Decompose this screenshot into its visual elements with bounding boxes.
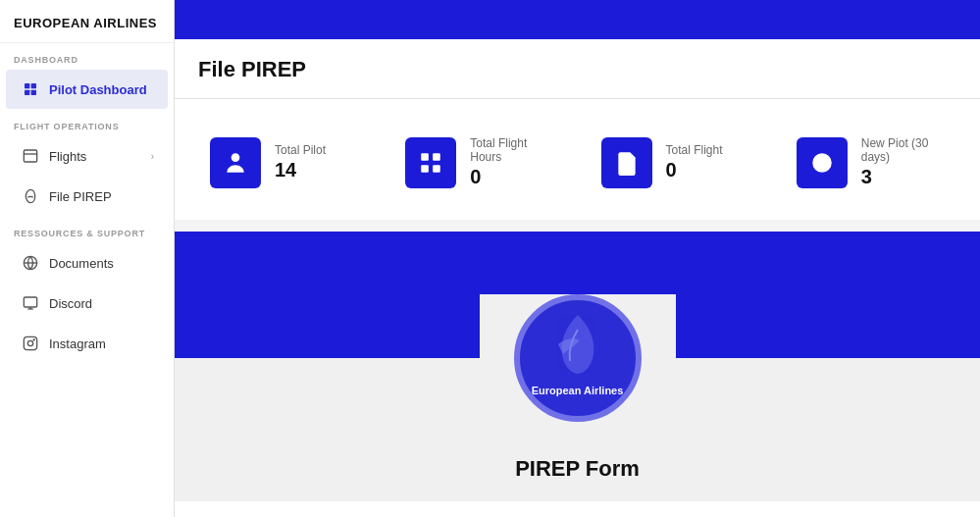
- sidebar-section-flight-ops: FLIGHT OPERATIONS Flights › File PIREP: [0, 110, 174, 217]
- pirep-section: European Airlines PIREP Form: [175, 232, 980, 517]
- stat-card-new-pilot: New Piot (30 days) 3: [781, 121, 960, 204]
- svg-rect-16: [433, 153, 440, 161]
- pirep-form-area: European Airlines PIREP Form: [175, 358, 980, 501]
- svg-point-12: [27, 340, 32, 345]
- stat-label: Total Flight: [666, 143, 723, 157]
- stats-row: Total Pilot 14 Total Flight Hours 0: [175, 101, 980, 220]
- top-bar: [175, 0, 980, 39]
- sidebar-item-instagram[interactable]: Instagram: [6, 324, 168, 363]
- sidebar-item-label: File PIREP: [49, 189, 112, 204]
- chevron-right-icon: ›: [151, 151, 154, 162]
- sidebar-item-label: Instagram: [49, 336, 106, 351]
- discord-icon: [20, 292, 41, 314]
- stat-label: New Piot (30 days): [861, 136, 945, 164]
- sidebar-section-resources: RESSOURCES & SUPPORT Documents Discord I…: [0, 217, 174, 364]
- notch-right: [676, 294, 981, 358]
- stat-info-total-flight: Total Flight 0: [666, 143, 723, 181]
- svg-point-19: [812, 153, 832, 173]
- svg-rect-11: [24, 336, 36, 349]
- svg-rect-3: [31, 90, 36, 95]
- stat-info-new-pilot: New Piot (30 days) 3: [861, 136, 945, 188]
- stat-value: 0: [666, 159, 723, 181]
- pirep-icon: [20, 185, 41, 207]
- sidebar-item-label: Flights: [49, 149, 86, 164]
- stat-value: 14: [275, 159, 326, 181]
- sidebar-item-discord[interactable]: Discord: [6, 284, 168, 323]
- svg-point-13: [33, 339, 34, 340]
- sidebar-item-documents[interactable]: Documents: [6, 243, 168, 283]
- instagram-icon: [20, 333, 41, 354]
- documents-icon: [20, 252, 41, 274]
- stat-icon-circle: [797, 137, 848, 188]
- svg-rect-17: [422, 165, 430, 173]
- sidebar-item-label: Documents: [49, 256, 114, 271]
- page-title: File PIREP: [198, 57, 956, 82]
- page-title-bar: File PIREP: [175, 39, 980, 99]
- sidebar-item-label: Discord: [49, 296, 92, 311]
- stat-value: 3: [861, 166, 945, 188]
- stat-info-total-flight-hours: Total Flight Hours 0: [470, 136, 553, 188]
- app-logo: EUROPEAN AIRLINES: [0, 0, 174, 43]
- flights-icon: [20, 145, 41, 167]
- pirep-top-bar: [175, 232, 980, 294]
- svg-rect-1: [31, 83, 36, 88]
- stat-icon-grid: [405, 137, 456, 188]
- stat-value: 0: [470, 166, 553, 188]
- stats-wrapper: File PIREP Total Pilot 14 Total Flight: [175, 39, 980, 220]
- svg-rect-15: [422, 153, 430, 161]
- svg-rect-0: [25, 83, 29, 88]
- svg-rect-4: [24, 150, 36, 162]
- stat-card-total-pilot: Total Pilot 14: [194, 121, 374, 204]
- main-content: File PIREP Total Pilot 14 Total Flight: [175, 0, 980, 517]
- stat-label: Total Pilot: [275, 143, 326, 157]
- sidebar: EUROPEAN AIRLINES DASHBOARD Pilot Dashbo…: [0, 0, 175, 517]
- dashboard-icon: [20, 78, 41, 100]
- stat-info-total-pilot: Total Pilot 14: [275, 143, 326, 181]
- section-label-dashboard: DASHBOARD: [0, 43, 174, 69]
- pirep-logo-circle: European Airlines: [514, 294, 642, 422]
- sidebar-section-dashboard: DASHBOARD Pilot Dashboard: [0, 43, 174, 110]
- stat-icon-doc: [601, 137, 652, 188]
- sidebar-item-pilot-dashboard[interactable]: Pilot Dashboard: [6, 70, 168, 109]
- notch-left: [175, 294, 480, 358]
- section-label-flight-ops: FLIGHT OPERATIONS: [0, 110, 174, 135]
- pirep-form-title: PIREP Form: [515, 437, 640, 482]
- stat-card-total-flight: Total Flight 0: [586, 121, 765, 204]
- section-label-resources: RESSOURCES & SUPPORT: [0, 217, 174, 242]
- stat-card-total-flight-hours: Total Flight Hours 0: [389, 121, 569, 204]
- stat-label: Total Flight Hours: [470, 136, 553, 164]
- svg-rect-2: [25, 90, 29, 95]
- pirep-logo-text: European Airlines: [524, 385, 632, 396]
- svg-rect-18: [433, 165, 440, 173]
- sidebar-item-label: Pilot Dashboard: [49, 82, 147, 97]
- stat-icon-person: [210, 137, 261, 188]
- svg-point-14: [232, 153, 240, 162]
- sidebar-item-file-pirep[interactable]: File PIREP: [6, 177, 168, 216]
- svg-rect-8: [24, 297, 36, 307]
- sidebar-item-flights[interactable]: Flights ›: [6, 136, 168, 176]
